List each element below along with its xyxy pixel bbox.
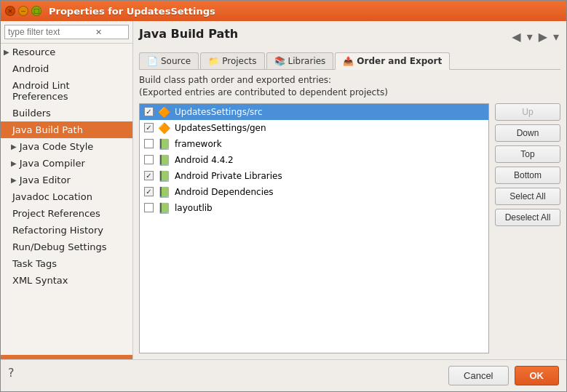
minimize-button[interactable]: −	[18, 6, 28, 16]
deselect-all-button[interactable]: Deselect All	[495, 209, 560, 226]
entry-checkbox[interactable]	[144, 123, 154, 132]
entry-checkbox[interactable]	[144, 203, 154, 212]
source-icon: 📄	[147, 56, 158, 66]
entry-icon: 🔶	[158, 106, 170, 118]
sidebar-item-label: Java Compiler	[20, 158, 85, 169]
maximize-button[interactable]: □	[31, 6, 41, 16]
close-button[interactable]: ×	[5, 6, 15, 16]
description: Build class path order and exported entr…	[139, 74, 560, 99]
filter-clear-button[interactable]: ✕	[95, 28, 102, 37]
sidebar-item-label: Builders	[12, 108, 51, 119]
description-line1: Build class path order and exported entr…	[139, 74, 560, 87]
arrow-icon: ▶	[11, 143, 17, 151]
sidebar-item-label: Java Build Path	[12, 124, 83, 135]
tab-projects-label: Projects	[222, 56, 256, 66]
bottom-button[interactable]: Bottom	[495, 167, 560, 184]
entry-item[interactable]: 📗 Android Dependencies	[140, 184, 488, 200]
panel-header: Java Build Path ◀ ▾ ▶ ▾	[139, 27, 560, 47]
entry-name: UpdatesSettings/src	[175, 107, 484, 117]
footer: ? Cancel OK	[1, 359, 566, 391]
sidebar-item-refactoring[interactable]: Refactoring History	[1, 222, 132, 239]
arrow-icon: ▶	[11, 159, 17, 167]
sidebar-item-label: XML Syntax	[12, 275, 68, 286]
sidebar-item-label: Refactoring History	[12, 225, 103, 236]
entry-icon: 📗	[158, 138, 170, 150]
tab-order-export[interactable]: 📤 Order and Export	[335, 52, 450, 70]
entry-item[interactable]: 📗 Android Private Libraries	[140, 168, 488, 184]
entry-icon: 📗	[158, 154, 170, 166]
sidebar-item-java-compiler[interactable]: ▶ Java Compiler	[1, 155, 132, 172]
sidebar-item-label: Task Tags	[12, 258, 57, 269]
filter-input[interactable]	[8, 27, 95, 37]
tab-source-label: Source	[161, 56, 191, 66]
entry-item[interactable]: 📗 Android 4.4.2	[140, 152, 488, 168]
down-button[interactable]: Down	[495, 124, 560, 142]
sidebar-item-android[interactable]: Android	[1, 60, 132, 77]
sidebar-item-xml-syntax[interactable]: XML Syntax	[1, 272, 132, 289]
sidebar: ✕ ▶ Resource Android Android Lint Prefer…	[1, 21, 133, 359]
sidebar-item-label: Java Code Style	[20, 141, 94, 152]
arrow-icon: ▶	[11, 176, 17, 184]
tab-libraries[interactable]: 📚 Libraries	[266, 52, 334, 69]
sidebar-item-builders[interactable]: Builders	[1, 105, 132, 121]
sidebar-item-project-references[interactable]: Project References	[1, 205, 132, 222]
entry-item[interactable]: 📗 layoutlib	[140, 200, 488, 216]
sidebar-item-task-tags[interactable]: Task Tags	[1, 255, 132, 272]
window-title: Properties for UpdatesSettings	[49, 6, 215, 17]
entry-checkbox[interactable]	[144, 107, 154, 116]
tab-order-export-label: Order and Export	[357, 56, 442, 66]
forward-arrow[interactable]: ▶	[537, 30, 549, 44]
entry-name: Android Dependencies	[175, 187, 484, 197]
filter-wrapper: ✕	[4, 25, 129, 39]
forward-dropdown[interactable]: ▾	[552, 30, 560, 44]
action-buttons: Up Down Top Bottom Select All Deselect A…	[495, 103, 560, 353]
main-content: ✕ ▶ Resource Android Android Lint Prefer…	[1, 21, 566, 359]
back-dropdown[interactable]: ▾	[526, 30, 534, 44]
sidebar-item-java-code-style[interactable]: ▶ Java Code Style	[1, 138, 132, 155]
cancel-button[interactable]: Cancel	[448, 366, 508, 385]
top-button[interactable]: Top	[495, 145, 560, 163]
sidebar-item-java-build-path[interactable]: Java Build Path	[1, 121, 132, 138]
libraries-icon: 📚	[274, 56, 285, 66]
entry-name: Android Private Libraries	[175, 171, 484, 181]
main-window: × − □ Properties for UpdatesSettings ✕ ▶…	[0, 0, 567, 392]
up-button[interactable]: Up	[495, 103, 560, 121]
tab-source[interactable]: 📄 Source	[139, 52, 199, 69]
help-button[interactable]: ?	[8, 366, 15, 385]
right-panel: Java Build Path ◀ ▾ ▶ ▾ 📄 Source 📁 Proje…	[133, 21, 566, 359]
panel-title: Java Build Path	[139, 27, 238, 41]
select-all-button[interactable]: Select All	[495, 188, 560, 205]
sidebar-item-android-lint[interactable]: Android Lint Preferences	[1, 77, 132, 105]
sidebar-item-label: Android Lint Preferences	[12, 80, 127, 102]
entry-checkbox[interactable]	[144, 171, 154, 180]
projects-icon: 📁	[208, 56, 219, 66]
entry-checkbox[interactable]	[144, 155, 154, 164]
ok-button[interactable]: OK	[515, 366, 560, 385]
entry-name: layoutlib	[175, 203, 484, 213]
sidebar-item-label: Project References	[12, 208, 100, 219]
arrow-icon: ▶	[4, 48, 9, 56]
entry-item[interactable]: 🔶 UpdatesSettings/gen	[140, 120, 488, 136]
entry-item[interactable]: 📗 framework	[140, 136, 488, 152]
sidebar-item-run-debug[interactable]: Run/Debug Settings	[1, 239, 132, 255]
entry-checkbox[interactable]	[144, 187, 154, 196]
entry-icon: 📗	[158, 170, 170, 182]
entry-item[interactable]: 🔶 UpdatesSettings/src	[140, 104, 488, 120]
sidebar-item-java-editor[interactable]: ▶ Java Editor	[1, 172, 132, 188]
order-export-icon: 📤	[343, 56, 354, 66]
nav-arrows: ◀ ▾ ▶ ▾	[510, 30, 560, 44]
entry-checkbox[interactable]	[144, 139, 154, 148]
build-area: 🔶 UpdatesSettings/src 🔶 UpdatesSettings/…	[139, 103, 560, 353]
sidebar-item-label: Resource	[12, 47, 56, 57]
entry-icon: 📗	[158, 186, 170, 198]
entry-icon: 🔶	[158, 122, 170, 134]
titlebar: × − □ Properties for UpdatesSettings	[1, 1, 566, 21]
sidebar-item-javadoc[interactable]: Javadoc Location	[1, 188, 132, 205]
tab-projects[interactable]: 📁 Projects	[200, 52, 264, 69]
tab-bar: 📄 Source 📁 Projects 📚 Libraries 📤 Order …	[139, 52, 560, 70]
back-arrow[interactable]: ◀	[510, 30, 522, 44]
sidebar-item-resource[interactable]: ▶ Resource	[1, 44, 132, 60]
entries-wrapper: 🔶 UpdatesSettings/src 🔶 UpdatesSettings/…	[139, 103, 489, 353]
sidebar-item-label: Run/Debug Settings	[12, 241, 107, 252]
description-line2: (Exported entries are contributed to dep…	[139, 87, 560, 99]
